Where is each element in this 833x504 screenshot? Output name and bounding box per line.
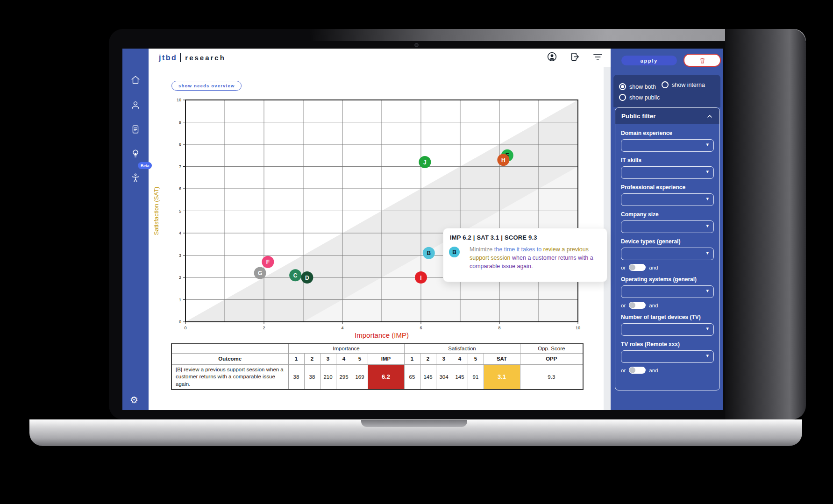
table-column-header: SAT xyxy=(484,353,520,364)
table-group-header xyxy=(171,344,288,353)
data-point-label-J: J xyxy=(423,159,427,166)
x-tick-label: 10 xyxy=(576,326,580,330)
importance-count-cell: 210 xyxy=(320,364,336,390)
filter-dropdown[interactable]: ▾ xyxy=(621,220,714,233)
filter-field-label: TV roles (Remote xxx) xyxy=(621,341,714,348)
sat-score-cell: 3.1 xyxy=(484,364,520,390)
table-column-header: 3 xyxy=(320,353,336,364)
brand-divider xyxy=(180,53,181,62)
tooltip-text-segment: the time it takes to xyxy=(494,246,543,253)
laptop-base xyxy=(29,419,802,446)
outcome-table: ImportanceSatisfactionOpp. ScoreOutcome1… xyxy=(171,343,584,390)
filter-field: IT skills▾ xyxy=(621,157,714,179)
filter-field: Device types (general)▾orand xyxy=(621,238,714,271)
apply-button[interactable]: apply xyxy=(621,56,677,65)
data-point-label-G: G xyxy=(258,270,262,277)
trash-icon xyxy=(699,57,706,64)
tooltip-title: IMP 6.2 | SAT 3.1 | SCORE 9.3 xyxy=(450,234,600,241)
x-tick-label: 2 xyxy=(263,326,265,330)
left-sidebar: Beta ⚙ xyxy=(122,49,149,410)
table-group-header: Satisfaction xyxy=(404,344,520,353)
y-tick-label: 9 xyxy=(179,120,181,125)
filter-dropdown[interactable]: ▾ xyxy=(621,166,714,179)
importance-count-cell: 38 xyxy=(304,364,320,390)
home-icon[interactable] xyxy=(130,75,141,85)
filter-dropdown[interactable]: ▾ xyxy=(621,139,714,152)
chevron-down-icon: ▾ xyxy=(706,326,709,332)
imp-score-cell: 6.2 xyxy=(368,364,404,390)
toggle-label-and: and xyxy=(649,368,658,373)
account-icon[interactable] xyxy=(547,51,557,64)
radio-show-both[interactable]: show both xyxy=(619,83,656,90)
table-column-header: OPP xyxy=(520,353,583,364)
table-column-header: 5 xyxy=(468,353,484,364)
importance-count-cell: 38 xyxy=(288,364,304,390)
radio-show-public[interactable]: show public xyxy=(619,94,660,101)
laptop-lid-right-edge xyxy=(725,29,806,419)
filter-field: Number of target devices (TV)▾ xyxy=(621,314,714,336)
satisfaction-count-cell: 91 xyxy=(468,364,484,390)
brand-left: jtbd xyxy=(159,54,177,62)
filter-field-label: Number of target devices (TV) xyxy=(621,314,714,320)
table-column-header: 4 xyxy=(336,353,352,364)
public-filter-title: Public filter xyxy=(621,113,656,120)
table-column-header: Outcome xyxy=(171,353,288,364)
radio-show-interna[interactable]: show interna xyxy=(662,81,705,88)
data-point-label-C: C xyxy=(293,272,298,279)
opp-score-cell: 9.3 xyxy=(520,364,583,390)
filter-field-label: Domain experience xyxy=(621,130,714,136)
filter-dropdown[interactable]: ▾ xyxy=(621,193,714,206)
brand-right: research xyxy=(185,54,226,62)
radio-circle xyxy=(619,83,626,90)
filter-dropdown[interactable]: ▾ xyxy=(621,323,714,336)
lightbulb-icon[interactable] xyxy=(130,149,141,159)
table-group-header: Importance xyxy=(288,344,404,353)
toggle-label-and: and xyxy=(649,265,658,270)
y-tick-label: 10 xyxy=(177,98,181,102)
tooltip-text-segment: Minimize xyxy=(470,246,494,253)
radio-label: show public xyxy=(629,94,660,101)
or-and-toggle-row: orand xyxy=(621,302,714,309)
or-and-toggle[interactable] xyxy=(629,367,646,374)
point-tooltip: IMP 6.2 | SAT 3.1 | SCORE 9.3 B Minimize… xyxy=(443,228,607,282)
toggle-knob xyxy=(629,302,635,308)
y-tick-label: 4 xyxy=(179,231,181,235)
clear-filters-button[interactable] xyxy=(683,54,721,67)
filter-icon[interactable] xyxy=(592,51,603,64)
y-tick-label: 8 xyxy=(179,142,181,147)
filter-dropdown[interactable]: ▾ xyxy=(621,248,714,260)
chevron-down-icon: ▾ xyxy=(706,169,709,175)
data-point-label-D: D xyxy=(305,275,309,281)
x-tick-label: 8 xyxy=(498,326,500,330)
accessibility-icon[interactable] xyxy=(130,173,141,183)
table-group-header: Opp. Score xyxy=(520,344,583,353)
radio-circle xyxy=(619,94,626,101)
chevron-down-icon: ▾ xyxy=(706,196,709,202)
document-icon[interactable] xyxy=(130,124,141,135)
filter-field-label: Device types (general) xyxy=(621,238,714,245)
satisfaction-count-cell: 145 xyxy=(420,364,436,390)
show-needs-overview-button[interactable]: show needs overview xyxy=(171,81,242,91)
or-and-toggle-row: orand xyxy=(621,367,714,374)
gear-icon[interactable]: ⚙ xyxy=(130,394,138,405)
radio-label: show both xyxy=(629,84,656,90)
y-tick-label: 2 xyxy=(179,275,181,280)
laptop-base-notch xyxy=(361,420,467,427)
or-and-toggle[interactable] xyxy=(629,264,646,271)
person-icon[interactable] xyxy=(130,100,141,110)
y-tick-label: 7 xyxy=(179,164,181,169)
public-filter-header[interactable]: Public filter xyxy=(615,108,719,124)
filter-dropdown[interactable]: ▾ xyxy=(621,350,714,363)
or-and-toggle[interactable] xyxy=(629,302,646,309)
chevron-down-icon: ▾ xyxy=(706,142,709,148)
importance-count-cell: 295 xyxy=(336,364,352,390)
x-tick-label: 4 xyxy=(341,326,343,330)
filter-field-label: Operating systems (general) xyxy=(621,276,714,283)
x-axis-label: Importance (IMP) xyxy=(355,331,409,339)
filter-field: Professional experience▾ xyxy=(621,184,714,206)
table-column-header: 1 xyxy=(404,353,420,364)
logout-icon[interactable] xyxy=(570,51,580,64)
outcome-cell: [B] review a previous support session wh… xyxy=(171,364,288,390)
toggle-knob xyxy=(629,264,635,270)
filter-dropdown[interactable]: ▾ xyxy=(621,285,714,298)
